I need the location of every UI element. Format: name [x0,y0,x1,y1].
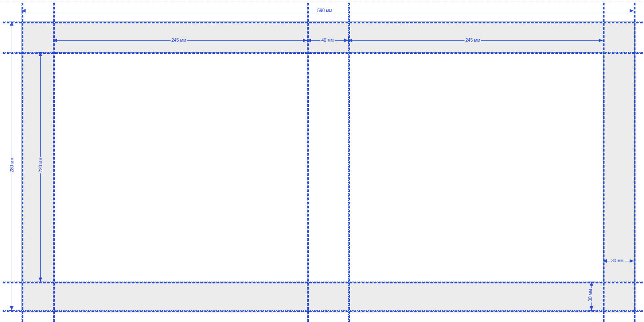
dim-panel-right-label: 245 мм [464,38,481,43]
arrow-left-icon [22,9,26,13]
arrow-right-icon [303,39,307,42]
arrow-up-icon [590,282,593,286]
guide-outer-top [3,22,643,23]
dim-total-width-tick-left [22,8,22,13]
guide-inner-right [603,3,605,322]
arrow-down-icon [590,306,593,310]
arrow-left-icon [348,39,352,42]
dim-margin-right-tick-l [603,258,603,264]
arrow-right-icon [599,39,603,42]
dim-margin-right-tick-r [634,258,634,264]
guide-inner-bottom [3,282,643,283]
arrow-left-icon [307,39,311,42]
dim-inner-height-tick-top [38,52,43,53]
guide-inner-top [3,52,643,54]
guide-spine-right [348,3,350,322]
dim-margin-bottom-label: 30 мм [588,288,593,303]
guide-outer-left [22,3,23,322]
arrow-up-icon [10,22,13,26]
dim-total-height-tick-top [9,22,14,22]
dim-margin-right-label: 30 мм [610,258,625,263]
guide-inner-left [53,3,55,322]
dim-spine-label: 40 мм [320,38,335,43]
template-diagram: 590 мм 245 мм 40 мм 245 мм 280 мм 220 мм… [0,0,644,322]
dim-total-height-label: 280 мм [9,157,14,173]
arrow-left-icon [53,39,57,42]
dim-total-width-tick-right [634,8,634,13]
dim-margin-bottom-tick-t [589,282,594,282]
arrow-right-icon [344,39,348,42]
dim-total-height-tick-bot [9,310,14,311]
page-top-guide [0,1,644,1]
dim2-tick-4 [603,37,603,44]
dim-inner-height-label: 220 мм [38,157,43,173]
arrow-left-icon [603,259,607,263]
dim-total-width-label: 590 мм [316,8,333,13]
arrow-up-icon [39,52,42,56]
inner-safe-area [53,52,604,282]
dim-inner-height-tick-bot [38,282,43,282]
guide-spine-left [307,3,309,322]
arrow-down-icon [10,306,13,310]
guide-outer-bottom [3,310,643,312]
dim-panel-left-label: 245 мм [171,38,187,43]
arrow-down-icon [39,278,42,282]
arrow-right-icon [630,9,634,13]
guide-outer-right [634,3,635,322]
dim-margin-bottom-tick-b [589,310,594,311]
arrow-right-icon [630,259,634,263]
